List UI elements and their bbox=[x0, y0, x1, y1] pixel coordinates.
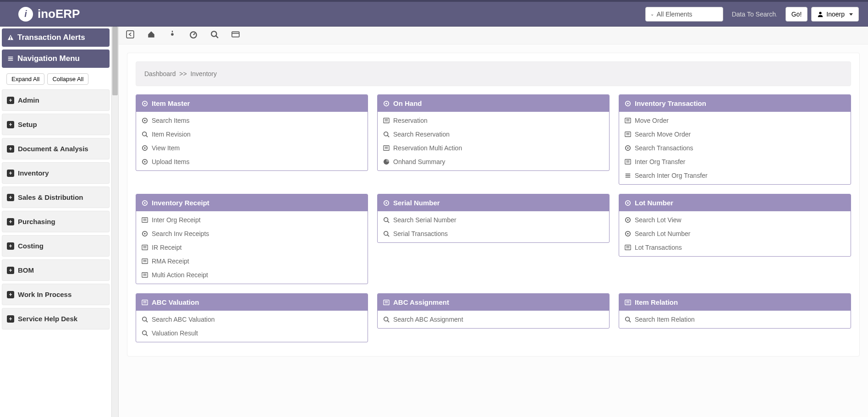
search-button[interactable] bbox=[210, 30, 219, 40]
sidebar-item-work-in-process[interactable]: +Work In Process bbox=[2, 284, 110, 305]
sidebar-item-bom[interactable]: +BOM bbox=[2, 259, 110, 281]
target-icon bbox=[383, 200, 390, 206]
card-link-search-abc-valuation[interactable]: Search ABC Valuation bbox=[136, 313, 368, 326]
scroll-thumb[interactable] bbox=[112, 27, 118, 95]
card-link-search-lot-view[interactable]: Search Lot View bbox=[619, 213, 851, 227]
sidebar-item-label: Inventory bbox=[18, 169, 49, 177]
card-link-label: Search ABC Assignment bbox=[393, 316, 463, 323]
card-link-lot-transactions[interactable]: Lot Transactions bbox=[619, 241, 851, 254]
list-icon bbox=[625, 131, 631, 137]
card-link-label: Search Inv Receipts bbox=[152, 230, 209, 237]
caret-down-icon bbox=[847, 11, 853, 18]
card-link-label: Onhand Summary bbox=[393, 158, 445, 165]
brand[interactable]: i inoERP bbox=[18, 7, 80, 22]
search-icon bbox=[383, 316, 390, 323]
dashboard-button[interactable] bbox=[189, 30, 198, 40]
sidebar-item-label: Purchasing bbox=[18, 218, 55, 225]
card-link-search-items[interactable]: Search Items bbox=[136, 114, 368, 127]
card-link-search-move-order[interactable]: Search Move Order bbox=[619, 127, 851, 141]
transaction-alerts-header[interactable]: Transaction Alerts bbox=[2, 28, 110, 47]
breadcrumb-current: Inventory bbox=[190, 70, 217, 77]
card-body: Search Item Relation bbox=[619, 311, 851, 328]
card-title: Item Relation bbox=[635, 298, 678, 306]
expand-all-button[interactable]: Expand All bbox=[6, 73, 44, 85]
card-body: ReservationSearch ReservationReservation… bbox=[378, 112, 609, 170]
sidebar-item-purchasing[interactable]: +Purchasing bbox=[2, 211, 110, 232]
search-icon bbox=[383, 131, 390, 137]
expand-icon: + bbox=[7, 291, 14, 298]
card-link-search-lot-number[interactable]: Search Lot Number bbox=[619, 227, 851, 241]
user-menu-button[interactable]: Inoerp bbox=[811, 7, 859, 22]
target-icon bbox=[625, 230, 631, 237]
target-icon bbox=[625, 299, 631, 306]
sidebar-item-costing[interactable]: +Costing bbox=[2, 235, 110, 257]
card-link-search-serial-number[interactable]: Search Serial Number bbox=[378, 213, 609, 227]
card-link-search-abc-assignment[interactable]: Search ABC Assignment bbox=[378, 313, 609, 326]
card-link-reservation[interactable]: Reservation bbox=[378, 114, 609, 127]
sidebar-item-admin[interactable]: +Admin bbox=[2, 89, 110, 111]
sidebar-item-service-help-desk[interactable]: +Service Help Desk bbox=[2, 308, 110, 329]
collapse-all-button[interactable]: Collapse All bbox=[47, 73, 88, 85]
card-link-inter-org-transfer[interactable]: Inter Org Transfer bbox=[619, 155, 851, 169]
card-link-item-revision[interactable]: Item Revision bbox=[136, 127, 368, 141]
card-title: Item Master bbox=[152, 99, 190, 107]
card-serial-number: Serial NumberSearch Serial NumberSerial … bbox=[377, 194, 610, 243]
card-link-label: RMA Receipt bbox=[152, 258, 189, 265]
card-header: Inventory Transaction bbox=[619, 95, 851, 112]
search-input[interactable] bbox=[727, 7, 782, 22]
card-link-label: Inter Org Receipt bbox=[152, 216, 201, 224]
breadcrumb-root[interactable]: Dashboard bbox=[144, 70, 176, 77]
card-link-label: Search Reservation bbox=[393, 131, 450, 138]
navigation-menu-header[interactable]: Navigation Menu bbox=[2, 49, 110, 68]
card-link-ir-receipt[interactable]: IR Receipt bbox=[136, 241, 368, 254]
bars-icon bbox=[625, 172, 631, 179]
card-link-multi-action-receipt[interactable]: Multi Action Receipt bbox=[136, 268, 368, 282]
go-button[interactable]: Go! bbox=[786, 7, 808, 22]
sidebar-item-label: Costing bbox=[18, 242, 44, 250]
expand-icon: + bbox=[7, 242, 14, 250]
list-icon bbox=[625, 117, 631, 124]
sidebar-item-inventory[interactable]: +Inventory bbox=[2, 162, 110, 184]
card-link-inter-org-receipt[interactable]: Inter Org Receipt bbox=[136, 213, 368, 227]
card-link-valuation-result[interactable]: Valuation Result bbox=[136, 326, 368, 340]
home-button[interactable] bbox=[147, 30, 155, 40]
card-link-label: Serial Transactions bbox=[393, 230, 448, 237]
card-on-hand: On HandReservationSearch ReservationRese… bbox=[377, 94, 610, 171]
target-icon bbox=[142, 100, 148, 107]
card-link-search-item-relation[interactable]: Search Item Relation bbox=[619, 313, 851, 326]
nav-right: ⌄ All Elements Go! Inoerp bbox=[645, 7, 859, 22]
info-button[interactable] bbox=[168, 30, 176, 40]
card-item-relation: Item RelationSearch Item Relation bbox=[619, 293, 851, 329]
card-link-search-inter-org-transfer[interactable]: Search Inter Org Transfer bbox=[619, 169, 851, 182]
brand-logo-icon: i bbox=[18, 7, 33, 22]
card-link-search-reservation[interactable]: Search Reservation bbox=[378, 127, 609, 141]
search-icon bbox=[383, 217, 390, 223]
expand-icon: + bbox=[7, 218, 14, 225]
card-link-label: Reservation bbox=[393, 117, 428, 124]
card-link-view-item[interactable]: View Item bbox=[136, 141, 368, 155]
card-link-onhand-summary[interactable]: Onhand Summary bbox=[378, 155, 609, 169]
card-link-search-transactions[interactable]: Search Transactions bbox=[619, 141, 851, 155]
sidebar-item-setup[interactable]: +Setup bbox=[2, 114, 110, 135]
sidebar-item-document-analysis[interactable]: +Document & Analysis bbox=[2, 138, 110, 159]
card-link-search-inv-receipts[interactable]: Search Inv Receipts bbox=[136, 227, 368, 241]
card-link-serial-transactions[interactable]: Serial Transactions bbox=[378, 227, 609, 241]
card-link-label: Search Move Order bbox=[635, 131, 691, 138]
card-link-upload-items[interactable]: Upload Items bbox=[136, 155, 368, 169]
sidebar-item-sales-distribution[interactable]: +Sales & Distribution bbox=[2, 187, 110, 208]
card-link-reservation-multi-action[interactable]: Reservation Multi Action bbox=[378, 141, 609, 155]
breadcrumb-sep: >> bbox=[177, 70, 190, 77]
card-link-label: Search Lot Number bbox=[635, 230, 690, 237]
sidebar-scrollbar[interactable]: ▲ bbox=[111, 27, 119, 417]
elements-dropdown[interactable]: ⌄ All Elements bbox=[645, 7, 723, 22]
warning-icon bbox=[7, 34, 14, 41]
expand-icon: + bbox=[7, 315, 14, 323]
card-link-rma-receipt[interactable]: RMA Receipt bbox=[136, 254, 368, 268]
breadcrumb: Dashboard >> Inventory bbox=[136, 61, 851, 86]
card-header: Inventory Receipt bbox=[136, 194, 368, 211]
card-item-master: Item MasterSearch ItemsItem RevisionView… bbox=[136, 94, 368, 171]
list-icon bbox=[142, 244, 148, 251]
panel-button[interactable] bbox=[231, 30, 240, 40]
collapse-sidebar-button[interactable] bbox=[126, 30, 134, 40]
card-link-move-order[interactable]: Move Order bbox=[619, 114, 851, 127]
